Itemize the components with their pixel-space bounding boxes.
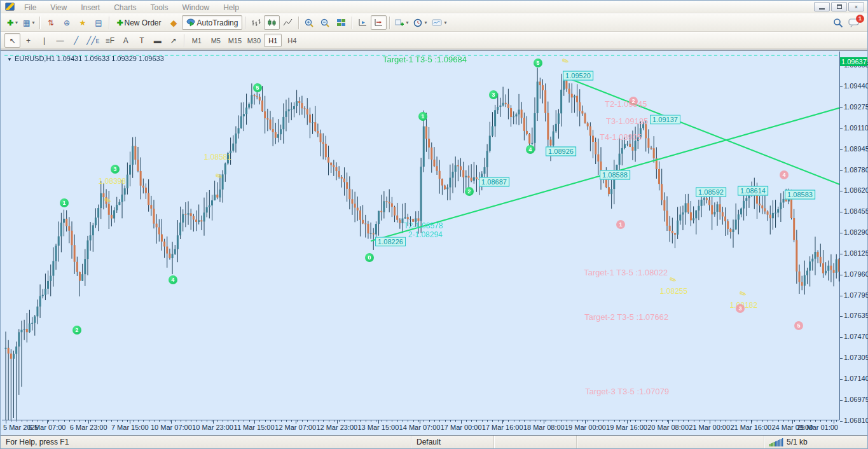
templates-icon: [432, 18, 442, 27]
menu-item-charts[interactable]: Charts: [107, 2, 143, 13]
arrows-tool-button[interactable]: ↗: [165, 33, 181, 48]
time-axis-label: 17 Mar 00:00: [441, 424, 482, 431]
wave-marker-green: 2: [72, 326, 81, 335]
wave-marker-green: 5: [534, 59, 542, 67]
connection-bars-icon: [769, 438, 783, 446]
indicators-button[interactable]: ▾: [392, 15, 411, 30]
menu-item-view[interactable]: View: [43, 2, 74, 13]
restore-button[interactable]: [831, 2, 847, 11]
status-traffic: 5/1 kb: [764, 436, 840, 448]
time-axis-label: 6 Mar 07:00: [29, 424, 66, 431]
crosshair-tool-button[interactable]: +: [20, 33, 36, 48]
price-label-box: 1.08926: [546, 147, 576, 156]
new-chart-icon: ✚: [7, 18, 13, 27]
wave-marker-pink: 1: [616, 220, 625, 229]
toolbar-main: ✚▾ ▦▾ ⇅ ⊕ ★ ▤ ✚ New Order ◆ AutoTrading …: [1, 13, 867, 32]
history-center-button[interactable]: ★: [74, 15, 90, 30]
price-axis-label: 1.07140: [844, 375, 868, 382]
timeframe-m15-button[interactable]: M15: [226, 34, 244, 47]
zoom-in-button[interactable]: [301, 15, 317, 30]
price-axis-label: 1.08780: [844, 166, 868, 174]
price-label-box: 1.08588: [600, 170, 630, 180]
price-axis[interactable]: 1.096051.094401.092751.091101.089451.087…: [839, 52, 867, 420]
data-window-button[interactable]: ⊕: [59, 15, 74, 30]
target-text: Target-3 T3-5 :1.07079: [585, 387, 669, 396]
new-chart-button[interactable]: ✚▾: [4, 15, 20, 30]
search-icon[interactable]: [833, 18, 843, 28]
notification-badge: 1: [856, 15, 864, 23]
time-axis[interactable]: 5 Mar 20256 Mar 07:006 Mar 23:007 Mar 15…: [2, 420, 839, 435]
periods-button[interactable]: ▾: [411, 15, 429, 30]
time-axis-label: 13 Mar 15:00: [357, 424, 399, 431]
menu-item-window[interactable]: Window: [176, 2, 217, 13]
horizontal-line-tool-button[interactable]: —: [52, 33, 68, 48]
diamond-icon: ◆: [170, 18, 177, 28]
metaeditor-button[interactable]: ◆: [166, 15, 182, 30]
autotrading-button[interactable]: AutoTrading: [182, 15, 243, 30]
time-axis-label: 12 Mar 07:00: [275, 424, 316, 431]
status-profile[interactable]: Default: [411, 436, 493, 448]
mt4-window: FileViewInsertChartsToolsWindowHelp × ✚▾…: [0, 0, 868, 449]
candlestick-chart-button[interactable]: [264, 15, 280, 30]
zoom-out-icon: [320, 18, 330, 27]
traffic-label: 5/1 kb: [787, 438, 808, 446]
yellow-signal-price: 1.08255: [659, 287, 687, 296]
close-button[interactable]: ×: [848, 2, 864, 11]
time-axis-label: 7 Mar 15:00: [111, 424, 149, 431]
bar-chart-button[interactable]: [248, 15, 264, 30]
autotrading-icon: [186, 18, 196, 27]
timeframe-m1-button[interactable]: M1: [188, 34, 205, 47]
timeframe-h1-button[interactable]: H1: [264, 34, 282, 47]
wave-marker-green: 0: [365, 253, 374, 262]
notifications-button[interactable]: 1: [848, 18, 860, 27]
navigator-button[interactable]: ▤: [90, 15, 106, 30]
yellow-signal-price: 1.08581: [203, 153, 231, 162]
rectangle-tool-button[interactable]: ▬: [149, 33, 165, 48]
market-watch-button[interactable]: ⇅: [43, 15, 59, 30]
tile-windows-button[interactable]: [333, 15, 349, 30]
line-chart-button[interactable]: [280, 15, 296, 30]
cyan-annotation-text: T2-1.08578: [404, 221, 443, 230]
crosshair-target-icon: ⊕: [64, 18, 70, 27]
price-label-box: 1.08226: [375, 237, 406, 247]
text-tool-button[interactable]: A: [118, 33, 134, 48]
menu-item-tools[interactable]: Tools: [144, 2, 176, 13]
target-text: T4-1.08905: [600, 132, 642, 142]
chart-shift-button[interactable]: [371, 15, 387, 30]
profiles-button[interactable]: ▦▾: [20, 15, 37, 30]
timeframe-m30-button[interactable]: M30: [245, 34, 263, 47]
target-text: T3-1.09185: [606, 116, 649, 126]
new-order-button[interactable]: ✚ New Order: [112, 15, 165, 30]
equidistant-channel-tool-button[interactable]: ╱╱ᴇ: [84, 33, 102, 48]
time-axis-label: 10 Mar 23:00: [192, 424, 233, 431]
time-axis-label: 18 Mar 08:00: [523, 424, 565, 431]
zoom-out-button[interactable]: [317, 15, 333, 30]
timeframe-h4-button[interactable]: H4: [283, 34, 301, 47]
menu-item-insert[interactable]: Insert: [74, 2, 107, 13]
auto-scroll-button[interactable]: [355, 15, 371, 30]
vertical-line-tool-button[interactable]: |: [36, 33, 52, 48]
templates-button[interactable]: ▾: [429, 15, 449, 30]
trendline-tool-button[interactable]: ╱: [68, 33, 84, 48]
price-axis-label: 1.06975: [844, 396, 868, 403]
time-axis-label: 14 Mar 07:00: [399, 424, 441, 431]
price-axis-label: 1.09440: [844, 82, 868, 90]
chart-plot[interactable]: ▼EURUSD,H1 1.09431 1.09633 1.09329 1.096…: [2, 52, 839, 420]
minimize-button[interactable]: [814, 2, 830, 11]
notebook-icon: ▤: [95, 18, 102, 27]
price-axis-label: 1.07960: [844, 270, 868, 278]
time-axis-label: 20 Mar 08:00: [647, 424, 689, 431]
fibonacci-tool-button[interactable]: ≡F: [102, 33, 118, 48]
cursor-tool-button[interactable]: ↖: [4, 33, 20, 48]
price-axis-label: 1.09110: [844, 124, 868, 132]
wave-marker-green: 1: [418, 112, 427, 121]
timeframe-m5-button[interactable]: M5: [207, 34, 224, 47]
status-empty-2: [576, 436, 764, 448]
wave-marker-green: 5: [253, 83, 262, 92]
price-label-box: 1.08614: [738, 186, 768, 196]
menu-item-help[interactable]: Help: [216, 2, 246, 13]
wave-marker-green: 2: [465, 187, 474, 196]
text-label-tool-button[interactable]: T: [134, 33, 149, 48]
menu-item-file[interactable]: File: [17, 2, 43, 13]
price-axis-label: 1.08455: [844, 207, 868, 215]
